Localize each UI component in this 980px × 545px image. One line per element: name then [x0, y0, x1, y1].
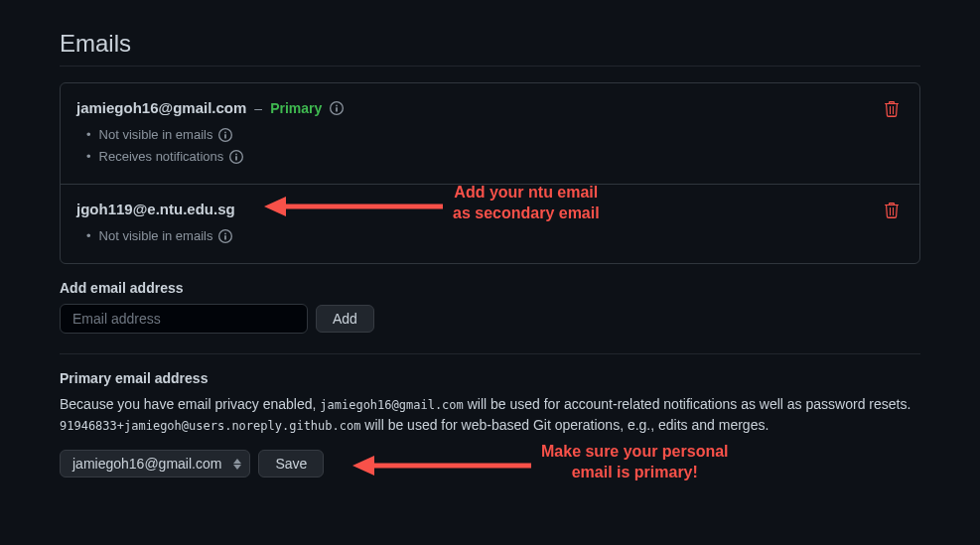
email-address: jgoh119@e.ntu.edu.sg — [76, 201, 235, 217]
email-address: jamiegoh16@gmail.com — [76, 99, 246, 116]
svg-marker-3 — [233, 465, 241, 470]
add-button[interactable]: Add — [316, 305, 374, 333]
email-meta-list: Not visible in emails Receives notificat… — [76, 124, 904, 168]
email-input[interactable] — [60, 304, 308, 334]
desc-mid: will be used for account-related notific… — [464, 396, 911, 412]
annotation-text-primary: Make sure your personal email is primary… — [541, 442, 729, 483]
page-title: Emails — [60, 30, 920, 67]
info-icon[interactable] — [330, 101, 344, 115]
email-meta-item: Not visible in emails — [86, 225, 904, 247]
desc-email-code: jamiegoh16@gmail.com — [320, 398, 464, 412]
delete-email-button[interactable] — [880, 97, 904, 124]
save-button[interactable]: Save — [258, 450, 324, 477]
email-list: jamiegoh16@gmail.com – Primary Not visib… — [60, 82, 920, 264]
meta-text: Not visible in emails — [99, 124, 213, 146]
primary-email-form: jamiegoh16@gmail.com Save Make sure your… — [60, 450, 920, 477]
divider — [60, 353, 920, 354]
meta-text: Not visible in emails — [99, 225, 213, 247]
info-icon[interactable] — [218, 229, 232, 243]
primary-email-select[interactable]: jamiegoh16@gmail.com — [60, 450, 250, 477]
email-meta-item: Receives notifications — [86, 146, 904, 168]
primary-email-label: Primary email address — [60, 370, 920, 386]
email-meta-item: Not visible in emails — [86, 124, 904, 146]
dash: – — [254, 100, 262, 116]
annotation-arrow — [352, 454, 531, 477]
meta-text: Receives notifications — [99, 146, 224, 168]
email-header: jgoh119@e.ntu.edu.sg — [76, 201, 904, 217]
add-email-form: Add — [60, 304, 920, 334]
svg-marker-5 — [352, 456, 374, 476]
trash-icon — [884, 101, 900, 117]
select-value: jamiegoh16@gmail.com — [72, 456, 221, 472]
email-item-secondary: jgoh119@e.ntu.edu.sg Not visible in emai… — [61, 185, 919, 263]
desc-noreply-code: 91946833+jamiegoh@users.noreply.github.c… — [60, 419, 360, 433]
primary-badge: Primary — [270, 100, 322, 116]
desc-suffix: will be used for web-based Git operation… — [360, 417, 769, 433]
svg-marker-2 — [233, 459, 241, 464]
delete-email-button[interactable] — [880, 199, 904, 225]
info-icon[interactable] — [229, 150, 243, 164]
desc-prefix: Because you have email privacy enabled, — [60, 396, 320, 412]
add-email-label: Add email address — [60, 280, 920, 296]
info-icon[interactable] — [218, 128, 232, 142]
trash-icon — [884, 203, 900, 218]
email-header: jamiegoh16@gmail.com – Primary — [76, 99, 904, 116]
primary-email-description: Because you have email privacy enabled, … — [60, 394, 920, 436]
email-meta-list: Not visible in emails — [76, 225, 904, 247]
select-caret-icon — [233, 459, 241, 470]
email-item-primary: jamiegoh16@gmail.com – Primary Not visib… — [61, 83, 919, 185]
